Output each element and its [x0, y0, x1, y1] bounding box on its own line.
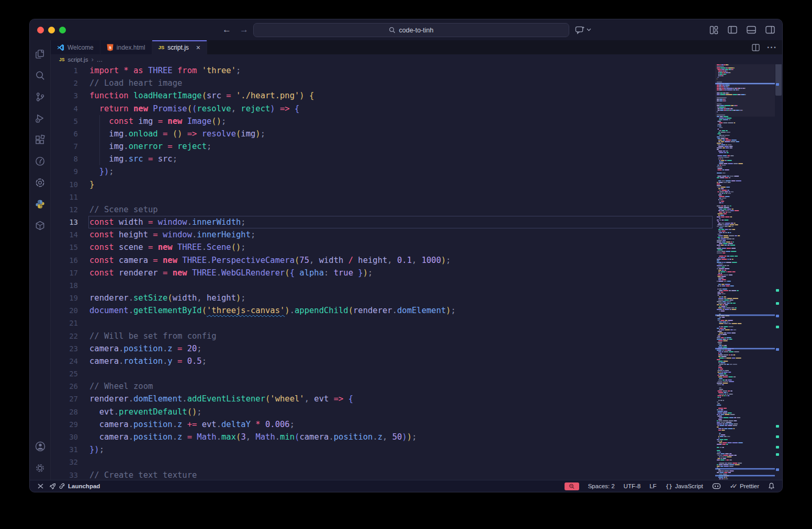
code-line[interactable]: 33// Create text texture — [51, 469, 782, 480]
python-icon[interactable] — [33, 197, 47, 211]
code-line[interactable]: 26// Wheel zoom — [51, 380, 782, 393]
maximize-window-button[interactable] — [59, 27, 66, 33]
breadcrumb-more[interactable]: … — [97, 56, 103, 63]
code-editor[interactable]: 1import * as THREE from 'three';2// Load… — [51, 64, 782, 480]
code-line[interactable]: 25 — [51, 367, 782, 380]
more-actions-icon[interactable]: ··· — [767, 43, 777, 52]
minimap[interactable] — [715, 64, 775, 480]
line-number[interactable]: 16 — [51, 254, 78, 267]
package-icon[interactable] — [33, 218, 47, 232]
code-line[interactable]: 19renderer.setSize(width, height); — [51, 292, 782, 304]
source-control-icon[interactable] — [33, 90, 47, 104]
code-line[interactable]: 9 }); — [51, 165, 782, 178]
line-number[interactable]: 9 — [51, 165, 78, 178]
line-number[interactable]: 8 — [51, 153, 78, 165]
line-number[interactable]: 28 — [51, 406, 78, 418]
code-line[interactable]: 22// Will be set from config — [51, 330, 782, 342]
line-number[interactable]: 18 — [51, 279, 78, 292]
line-number[interactable]: 20 — [51, 304, 78, 317]
line-number[interactable]: 24 — [51, 355, 78, 367]
tab-script-js[interactable]: JS script.js × — [152, 40, 207, 54]
code-line[interactable]: 24camera.rotation.y = 0.5; — [51, 355, 782, 367]
code-line[interactable]: 21 — [51, 317, 782, 329]
command-center-search[interactable]: code-to-tinh — [253, 23, 569, 37]
line-number[interactable]: 7 — [51, 140, 78, 153]
line-number[interactable]: 26 — [51, 380, 78, 393]
line-number[interactable]: 11 — [51, 191, 78, 203]
line-number[interactable]: 21 — [51, 317, 78, 329]
time-icon[interactable] — [33, 154, 47, 168]
explorer-icon[interactable] — [33, 47, 47, 61]
copilot-status-icon[interactable] — [712, 482, 721, 490]
account-icon[interactable] — [33, 440, 47, 453]
prettier-status[interactable]: ✓✓ Prettier — [730, 482, 759, 490]
eol-status[interactable]: LF — [649, 483, 656, 489]
code-line[interactable]: 4 return new Promise((resolve, reject) =… — [51, 102, 782, 115]
toggle-secondary-sidebar-icon[interactable] — [765, 26, 775, 34]
encoding-status[interactable]: UTF-8 — [624, 483, 641, 489]
customize-layout-icon[interactable] — [709, 26, 718, 34]
code-line[interactable]: 31}); — [51, 443, 782, 456]
indentation-status[interactable]: Spaces: 2 — [588, 483, 615, 489]
extensions-icon[interactable] — [33, 133, 47, 146]
code-line[interactable]: 12// Scene setup — [51, 203, 782, 216]
code-line[interactable]: 2// Load heart image — [51, 77, 782, 89]
code-line[interactable]: 6 img.onload = () => resolve(img); — [51, 128, 782, 140]
remote-indicator-icon[interactable] — [37, 483, 44, 489]
line-number[interactable]: 6 — [51, 128, 78, 140]
split-editor-icon[interactable] — [752, 44, 760, 51]
minimize-window-button[interactable] — [48, 27, 55, 33]
line-number[interactable]: 2 — [51, 77, 78, 89]
code-line[interactable]: 1import * as THREE from 'three'; — [51, 64, 782, 77]
code-line[interactable]: 18 — [51, 279, 782, 292]
line-number[interactable]: 19 — [51, 292, 78, 304]
code-line[interactable]: 14const height = window.innerHeight; — [51, 228, 782, 241]
code-line[interactable]: 5 const img = new Image(); — [51, 115, 782, 128]
overview-ruler[interactable] — [775, 64, 782, 480]
code-line[interactable]: 13const width = window.innerWidth; — [51, 216, 782, 228]
openai-icon[interactable] — [33, 176, 47, 189]
line-number[interactable]: 3 — [51, 89, 78, 102]
line-number[interactable]: 12 — [51, 203, 78, 216]
code-line[interactable]: 17const renderer = new THREE.WebGLRender… — [51, 267, 782, 279]
line-number[interactable]: 27 — [51, 393, 78, 405]
line-number[interactable]: 17 — [51, 267, 78, 279]
tab-welcome[interactable]: Welcome — [51, 40, 100, 54]
back-button[interactable]: ← — [222, 25, 231, 35]
line-number[interactable]: 31 — [51, 443, 78, 456]
code-line[interactable]: 28 evt.preventDefault(); — [51, 406, 782, 418]
code-line[interactable]: 27renderer.domElement.addEventListener('… — [51, 393, 782, 405]
copilot-chat-control[interactable] — [575, 19, 591, 40]
close-window-button[interactable] — [37, 27, 44, 33]
zoom-out-indicator[interactable] — [565, 482, 579, 490]
code-line[interactable]: 20document.getElementById('threejs-canva… — [51, 304, 782, 317]
line-number[interactable]: 22 — [51, 330, 78, 342]
breadcrumb-file[interactable]: script.js — [67, 56, 88, 63]
code-line[interactable]: 3function loadHeartImage(src = './heart.… — [51, 89, 782, 102]
language-mode-status[interactable]: {} JavaScript — [666, 483, 703, 490]
toggle-panel-icon[interactable] — [747, 26, 756, 34]
close-tab-icon[interactable]: × — [196, 44, 200, 51]
line-number[interactable]: 10 — [51, 178, 78, 191]
run-debug-icon[interactable] — [33, 111, 47, 125]
toggle-primary-sidebar-icon[interactable] — [728, 26, 737, 34]
code-line[interactable]: 29 camera.position.z += evt.deltaY * 0.0… — [51, 418, 782, 431]
line-number[interactable]: 14 — [51, 228, 78, 241]
settings-gear-icon[interactable] — [33, 461, 47, 475]
line-number[interactable]: 15 — [51, 241, 78, 254]
tab-index-html[interactable]: 5 index.html — [100, 40, 152, 54]
search-sidebar-icon[interactable] — [33, 68, 47, 82]
code-line[interactable]: 32 — [51, 456, 782, 468]
launchpad-status[interactable]: Launchpad — [49, 483, 100, 490]
line-number[interactable]: 32 — [51, 456, 78, 468]
code-line[interactable]: 10} — [51, 178, 782, 191]
line-number[interactable]: 1 — [51, 64, 78, 77]
code-line[interactable]: 7 img.onerror = reject; — [51, 140, 782, 153]
scrollbar-thumb[interactable] — [775, 64, 782, 96]
code-line[interactable]: 30 camera.position.z = Math.max(3, Math.… — [51, 431, 782, 443]
line-number[interactable]: 13 — [51, 216, 78, 228]
code-line[interactable]: 23camera.position.z = 20; — [51, 342, 782, 355]
line-number[interactable]: 30 — [51, 431, 78, 443]
line-number[interactable]: 5 — [51, 115, 78, 128]
forward-button[interactable]: → — [240, 25, 249, 35]
